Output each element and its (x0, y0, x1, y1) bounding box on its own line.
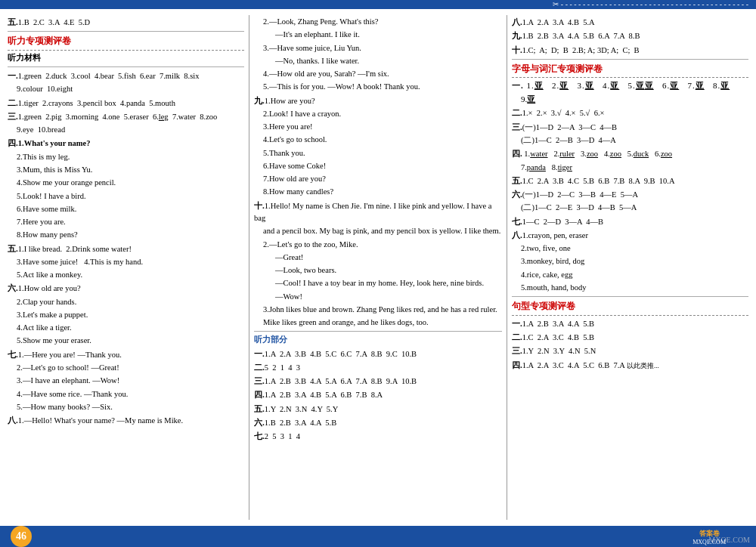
jiu-5: 5.Thank you. (254, 147, 502, 159)
c3-ba: 八.1.A 2.A 3.A 4.B 5.A (512, 16, 748, 29)
zm-ba: 八.1.crayon, pen, eraser (512, 229, 748, 242)
zm-ba-5: 5.mouth, hand, body (512, 282, 748, 294)
tf-yi: 一.1.A 2.A 3.B 4.B 5.C 6.C 7.A 8.B 9.C 10… (254, 348, 502, 360)
column-1: 五.1.B 2.C 3.A 4.E 5.D 听力专项测评卷 听力材料 一.1.g… (3, 15, 249, 520)
tf-er: 二.5 2 1 4 3 (254, 361, 502, 374)
wu5-item2: 3.Have some juice! 4.This is my hand. (8, 256, 244, 268)
tf-liu: 六.1.B 2.B 3.A 4.A 5.B (254, 416, 502, 429)
qi-item: 七.1.—Here you are! —Thank you. (8, 348, 244, 361)
zm-san-2: (二)1—C 2—B 3—D 4—A (512, 134, 748, 147)
jiu-2: 2.Look! I have a crayon. (254, 108, 502, 120)
shi-3b: Mike likes green and orange, and he like… (254, 317, 502, 329)
liu-4: 4.Act like a tiger. (8, 322, 244, 334)
yi-item-cont: 9.colour 10.eight (8, 83, 244, 95)
zm-er: 二.1.× 2.× 3.√ 4.× 5.√ 6.× (512, 107, 748, 119)
wu-answer: 五.1.B 2.C 3.A 4.E 5.D (8, 16, 244, 29)
tf-san: 三.1.A 2.B 3.B 4.A 5.A 6.A 7.A 8.B 9.A 10… (254, 375, 502, 388)
zm-si: 四. 1.water 2.ruler 3.zoo 4.zoo 5.duck 6.… (512, 147, 748, 160)
logo-text: 答案卷 (699, 529, 720, 539)
jiu-6: 6.Have some Coke! (254, 160, 502, 172)
si-5: 5.Look! I have a bird. (8, 190, 244, 202)
wu5-item3: 5.Act like a monkey. (8, 269, 244, 281)
bottom-bar: 46 MXQE.COM 答案卷 MXQE.COM (0, 526, 756, 547)
shi-2e: —Wow! (254, 291, 502, 303)
jiu-4: 4.Let's go to school. (254, 134, 502, 146)
col2-3: 4.—How old are you, Sarah? —I'm six. (254, 68, 502, 80)
shi-item: 十.1.Hello! My name is Chen Jie. I'm nine… (254, 199, 502, 225)
liu-5: 5.Show me your eraser. (8, 335, 244, 347)
column-3: 八.1.A 2.A 3.A 4.B 5.A 九.1.B 2.B 3.A 4.A … (507, 15, 753, 520)
section-juxing: 句型专项测评卷 (512, 299, 748, 314)
jiu-3: 3.Here you are! (254, 121, 502, 133)
zm-san: 三.(一)1—D 2—A 3—C 4—B (512, 121, 748, 134)
content-area: 五.1.B 2.C 3.A 4.E 5.D 听力专项测评卷 听力材料 一.1.g… (0, 9, 756, 526)
jiu-item: 九.1.How are you? (254, 94, 502, 107)
si-6: 6.Have some milk. (8, 203, 244, 215)
logo-area: 答案卷 MXQE.COM (692, 529, 726, 545)
col2-1b: —It's an elephant. I like it. (254, 29, 502, 41)
san-item-cont: 9.eye 10.bread (8, 124, 244, 136)
jx-san: 三.1.Y 2.N 3.Y 4.N 5.N (512, 345, 748, 357)
shi-2b: —Great! (254, 252, 502, 264)
tinglibufen: 听力部分 (254, 334, 502, 346)
shi-2c: —Look, two bears. (254, 264, 502, 277)
shi-1b: and a pencil box. My bag is pink, and my… (254, 225, 502, 237)
ba-item: 八.1.—Hello! What's your name? —My name i… (8, 414, 244, 427)
jx-si: 四.1.A 2.A 3.C 4.A 5.C 6.B 7.A 以此类推... (512, 359, 748, 372)
shi-2: 2.—Let's go to the zoo, Mike. (254, 239, 502, 251)
wu5-item: 五.1.I like bread. 2.Drink some water! (8, 243, 244, 255)
col2-4: 5.—This is for you. —Wow! A book! Thank … (254, 81, 502, 93)
si-4: 4.Show me your orange pencil. (8, 177, 244, 189)
zm-yi: 一. 1.亚 2.亚 3.亚 4.亚 5.亚亚 6.亚 7.亚 8.亚 (512, 79, 748, 92)
zm-si-cont: 7.panda 8.tiger (512, 162, 748, 174)
top-strip: ✂ - - - - - - - - - - - - - - - - - - - … (0, 0, 756, 9)
si-2: 2.This is my leg. (8, 151, 244, 163)
tingliCailiao: 听力材料 (8, 52, 244, 64)
liu-item: 六.1.How old are you? (8, 282, 244, 295)
column-2: 2.—Look, Zhang Peng. What's this? —It's … (249, 15, 507, 520)
section-tinglizhuan: 听力专项测评卷 (8, 34, 244, 48)
si-7: 7.Here you are. (8, 216, 244, 228)
jiu-7: 7.How old are you? (254, 173, 502, 185)
logo-sub: MXQE.COM (692, 539, 726, 545)
zm-liu-2: (二)1—C 2—E 3—D 4—B 5—A (512, 202, 748, 214)
page: ✂ - - - - - - - - - - - - - - - - - - - … (0, 0, 756, 547)
tf-wu: 五.1.Y 2.N 3.N 4.Y 5.Y (254, 403, 502, 416)
jx-yi: 一.1.A 2.B 3.A 4.A 5.B (512, 317, 748, 330)
zm-yi-cont: 9.亚 (512, 93, 748, 106)
qi-4: 4.—Have some rice. —Thank you. (8, 388, 244, 400)
liu-2: 2.Clap your hands. (8, 296, 244, 308)
col2-2: 3.—Have some juice, Liu Yun. (254, 42, 502, 54)
er-item: 二.1.tiger 2.crayons 3.pencil box 4.panda… (8, 97, 244, 110)
page-number: 46 (11, 526, 32, 547)
zm-ba-2: 2.two, five, one (512, 243, 748, 255)
si-8: 8.How many pens? (8, 229, 244, 241)
tf-qi: 七.2 5 3 1 4 (254, 430, 502, 443)
col2-1: 2.—Look, Zhang Peng. What's this? (254, 16, 502, 28)
san-item: 三.1.green 2.pig 3.morning 4.one 5.eraser… (8, 110, 244, 123)
qi-5: 5.—How many books? —Six. (8, 401, 244, 413)
zm-ba-4: 4.rice, cake, egg (512, 269, 748, 281)
zm-qi: 七.1—C 2—D 3—A 4—B (512, 215, 748, 228)
jx-er: 二.1.C 2.A 3.C 4.B 5.B (512, 331, 748, 344)
zm-wu: 五.1.C 2.A 3.B 4.C 5.B 6.B 7.B 8.A 9.B 10… (512, 175, 748, 187)
c3-shi: 十.1.C; A; D; B 2.B; A; 3D; A; C; B (512, 44, 748, 57)
shi-2d: —Cool! I have a toy bear in my home. Hey… (254, 277, 502, 289)
liu-3: 3.Let's make a puppet. (8, 309, 244, 321)
scissors-icon: ✂ - - - - - - - - - - - - - - - - - - - … (553, 0, 748, 8)
si-label: 四.1.What's your name? (8, 137, 244, 150)
zm-liu: 六.(一)1—D 2—C 3—B 4—E 5—A (512, 188, 748, 201)
jiu-8: 8.How many candles? (254, 186, 502, 198)
yi-item: 一.1.green 2.duck 3.cool 4.bear 5.fish 6.… (8, 70, 244, 82)
c3-jiu: 九.1.B 2.B 3.A 4.A 5.B 6.A 7.A 8.B (512, 29, 748, 42)
section-zimu: 字母与词汇专项测评卷 (512, 62, 748, 76)
si-3: 3.Mum, this is Miss Yu. (8, 164, 244, 176)
zm-ba-3: 3.monkey, bird, dog (512, 255, 748, 267)
shi-3: 3.John likes blue and brown. Zhang Peng … (254, 304, 502, 316)
qi-3: 3.—I have an elephant. —Wow! (8, 375, 244, 387)
col2-2b: —No, thanks. I like water. (254, 55, 502, 67)
tf-si: 四.1.A 2.B 3.A 4.B 5.A 6.B 7.B 8.A (254, 388, 502, 401)
qi-2: 2.—Let's go to school! —Great! (8, 362, 244, 374)
